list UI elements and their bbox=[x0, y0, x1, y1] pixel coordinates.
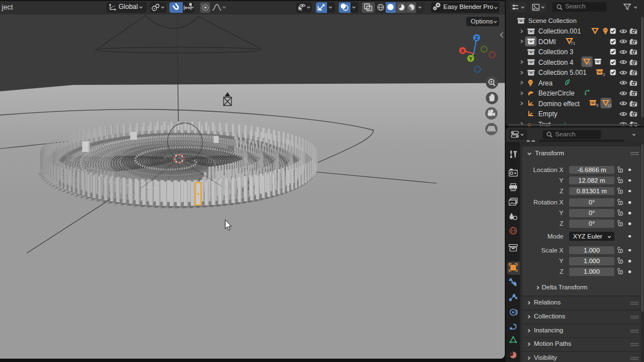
svg-text:5: 5 bbox=[596, 103, 599, 107]
svg-text:7: 7 bbox=[588, 62, 590, 66]
svg-text:2: 2 bbox=[603, 72, 605, 76]
svg-text:X: X bbox=[461, 48, 464, 54]
svg-text:71: 71 bbox=[571, 41, 575, 45]
svg-text:Z: Z bbox=[475, 35, 479, 41]
svg-text:Y: Y bbox=[469, 56, 472, 61]
svg-text:12: 12 bbox=[607, 103, 612, 107]
